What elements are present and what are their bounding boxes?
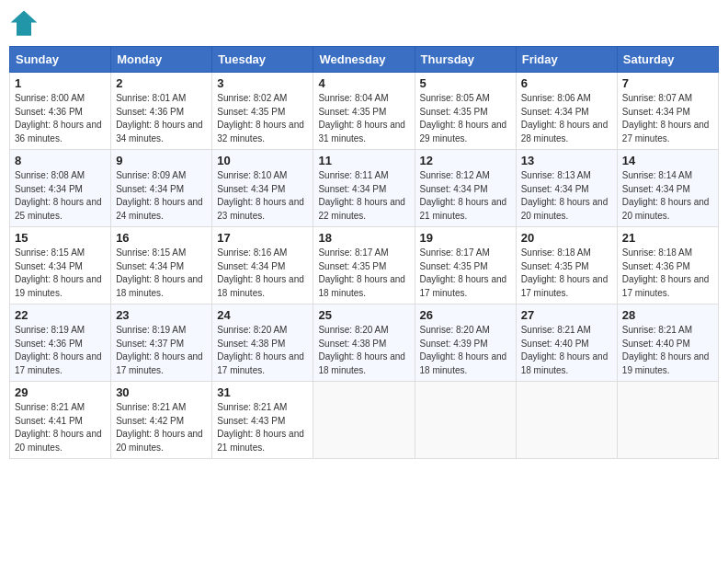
day-number: 12 xyxy=(420,154,511,167)
calendar-week-row: 1 Sunrise: 8:00 AM Sunset: 4:36 PM Dayli… xyxy=(10,73,719,150)
day-number: 16 xyxy=(116,231,207,245)
calendar-cell: 30 Sunrise: 8:21 AM Sunset: 4:42 PM Dayl… xyxy=(111,382,212,459)
day-info: Sunrise: 8:20 AM Sunset: 4:39 PM Dayligh… xyxy=(420,324,511,377)
calendar-cell xyxy=(516,382,617,459)
day-number: 7 xyxy=(622,76,713,90)
day-number: 29 xyxy=(15,385,106,399)
col-monday: Monday xyxy=(111,47,212,73)
day-info: Sunrise: 8:21 AM Sunset: 4:40 PM Dayligh… xyxy=(521,324,612,377)
logo xyxy=(9,9,42,39)
logo-icon xyxy=(9,9,39,39)
day-number: 14 xyxy=(622,154,713,167)
calendar-cell: 25 Sunrise: 8:20 AM Sunset: 4:38 PM Dayl… xyxy=(313,304,415,382)
day-info: Sunrise: 8:17 AM Sunset: 4:35 PM Dayligh… xyxy=(318,247,409,300)
calendar-cell: 26 Sunrise: 8:20 AM Sunset: 4:39 PM Dayl… xyxy=(415,304,516,382)
day-info: Sunrise: 8:11 AM Sunset: 4:34 PM Dayligh… xyxy=(318,169,409,223)
calendar-week-row: 15 Sunrise: 8:15 AM Sunset: 4:34 PM Dayl… xyxy=(10,227,719,304)
day-number: 8 xyxy=(15,154,106,167)
day-info: Sunrise: 8:18 AM Sunset: 4:35 PM Dayligh… xyxy=(521,247,612,300)
day-info: Sunrise: 8:10 AM Sunset: 4:34 PM Dayligh… xyxy=(217,169,308,223)
day-number: 24 xyxy=(217,308,308,322)
calendar-cell xyxy=(313,382,415,459)
calendar-cell xyxy=(415,382,516,459)
day-info: Sunrise: 8:08 AM Sunset: 4:34 PM Dayligh… xyxy=(15,169,106,223)
day-number: 11 xyxy=(318,154,409,167)
calendar-cell: 8 Sunrise: 8:08 AM Sunset: 4:34 PM Dayli… xyxy=(10,150,111,227)
page-header xyxy=(9,9,719,39)
day-info: Sunrise: 8:05 AM Sunset: 4:35 PM Dayligh… xyxy=(420,92,511,145)
col-wednesday: Wednesday xyxy=(313,47,415,73)
calendar-cell: 2 Sunrise: 8:01 AM Sunset: 4:36 PM Dayli… xyxy=(111,73,212,150)
day-number: 27 xyxy=(521,308,612,322)
day-number: 25 xyxy=(318,308,409,322)
calendar-week-row: 29 Sunrise: 8:21 AM Sunset: 4:41 PM Dayl… xyxy=(10,382,719,459)
day-number: 22 xyxy=(15,308,106,322)
col-friday: Friday xyxy=(516,47,617,73)
col-tuesday: Tuesday xyxy=(212,47,313,73)
day-number: 21 xyxy=(622,231,713,245)
day-number: 20 xyxy=(521,231,612,245)
day-info: Sunrise: 8:12 AM Sunset: 4:34 PM Dayligh… xyxy=(420,169,511,223)
day-info: Sunrise: 8:07 AM Sunset: 4:34 PM Dayligh… xyxy=(622,92,713,145)
day-number: 28 xyxy=(622,308,713,322)
calendar-cell: 27 Sunrise: 8:21 AM Sunset: 4:40 PM Dayl… xyxy=(516,304,617,382)
day-info: Sunrise: 8:21 AM Sunset: 4:40 PM Dayligh… xyxy=(622,324,713,377)
calendar-cell: 11 Sunrise: 8:11 AM Sunset: 4:34 PM Dayl… xyxy=(313,150,415,227)
day-info: Sunrise: 8:02 AM Sunset: 4:35 PM Dayligh… xyxy=(217,92,308,145)
calendar-cell: 6 Sunrise: 8:06 AM Sunset: 4:34 PM Dayli… xyxy=(516,73,617,150)
day-info: Sunrise: 8:15 AM Sunset: 4:34 PM Dayligh… xyxy=(15,247,106,300)
calendar-cell: 3 Sunrise: 8:02 AM Sunset: 4:35 PM Dayli… xyxy=(212,73,313,150)
calendar-cell: 15 Sunrise: 8:15 AM Sunset: 4:34 PM Dayl… xyxy=(10,227,111,304)
day-number: 5 xyxy=(420,76,511,90)
day-number: 2 xyxy=(116,76,207,90)
day-info: Sunrise: 8:19 AM Sunset: 4:37 PM Dayligh… xyxy=(116,324,207,377)
calendar-table: Sunday Monday Tuesday Wednesday Thursday… xyxy=(9,46,719,459)
day-info: Sunrise: 8:21 AM Sunset: 4:43 PM Dayligh… xyxy=(217,401,308,454)
calendar-cell: 1 Sunrise: 8:00 AM Sunset: 4:36 PM Dayli… xyxy=(10,73,111,150)
calendar-cell: 14 Sunrise: 8:14 AM Sunset: 4:34 PM Dayl… xyxy=(617,150,718,227)
calendar-cell: 23 Sunrise: 8:19 AM Sunset: 4:37 PM Dayl… xyxy=(111,304,212,382)
calendar-cell: 4 Sunrise: 8:04 AM Sunset: 4:35 PM Dayli… xyxy=(313,73,415,150)
calendar-cell: 5 Sunrise: 8:05 AM Sunset: 4:35 PM Dayli… xyxy=(415,73,516,150)
day-info: Sunrise: 8:04 AM Sunset: 4:35 PM Dayligh… xyxy=(318,92,409,145)
calendar-cell: 13 Sunrise: 8:13 AM Sunset: 4:34 PM Dayl… xyxy=(516,150,617,227)
svg-marker-0 xyxy=(11,11,38,36)
day-number: 19 xyxy=(420,231,511,245)
calendar-cell: 21 Sunrise: 8:18 AM Sunset: 4:36 PM Dayl… xyxy=(617,227,718,304)
calendar-cell: 31 Sunrise: 8:21 AM Sunset: 4:43 PM Dayl… xyxy=(212,382,313,459)
day-number: 9 xyxy=(116,154,207,167)
day-info: Sunrise: 8:19 AM Sunset: 4:36 PM Dayligh… xyxy=(15,324,106,377)
day-number: 13 xyxy=(521,154,612,167)
calendar-cell: 7 Sunrise: 8:07 AM Sunset: 4:34 PM Dayli… xyxy=(617,73,718,150)
day-number: 3 xyxy=(217,76,308,90)
calendar-cell: 29 Sunrise: 8:21 AM Sunset: 4:41 PM Dayl… xyxy=(10,382,111,459)
day-number: 6 xyxy=(521,76,612,90)
day-number: 1 xyxy=(15,76,106,90)
day-number: 18 xyxy=(318,231,409,245)
day-number: 23 xyxy=(116,308,207,322)
day-number: 26 xyxy=(420,308,511,322)
calendar-cell: 19 Sunrise: 8:17 AM Sunset: 4:35 PM Dayl… xyxy=(415,227,516,304)
calendar-cell: 24 Sunrise: 8:20 AM Sunset: 4:38 PM Dayl… xyxy=(212,304,313,382)
day-info: Sunrise: 8:21 AM Sunset: 4:42 PM Dayligh… xyxy=(116,401,207,454)
col-thursday: Thursday xyxy=(415,47,516,73)
calendar-week-row: 8 Sunrise: 8:08 AM Sunset: 4:34 PM Dayli… xyxy=(10,150,719,227)
day-info: Sunrise: 8:15 AM Sunset: 4:34 PM Dayligh… xyxy=(116,247,207,300)
day-number: 31 xyxy=(217,385,308,399)
calendar-cell: 20 Sunrise: 8:18 AM Sunset: 4:35 PM Dayl… xyxy=(516,227,617,304)
calendar-cell: 18 Sunrise: 8:17 AM Sunset: 4:35 PM Dayl… xyxy=(313,227,415,304)
day-info: Sunrise: 8:14 AM Sunset: 4:34 PM Dayligh… xyxy=(622,169,713,223)
day-info: Sunrise: 8:13 AM Sunset: 4:34 PM Dayligh… xyxy=(521,169,612,223)
day-info: Sunrise: 8:00 AM Sunset: 4:36 PM Dayligh… xyxy=(15,92,106,145)
calendar-cell: 17 Sunrise: 8:16 AM Sunset: 4:34 PM Dayl… xyxy=(212,227,313,304)
col-saturday: Saturday xyxy=(617,47,718,73)
calendar-cell: 22 Sunrise: 8:19 AM Sunset: 4:36 PM Dayl… xyxy=(10,304,111,382)
col-sunday: Sunday xyxy=(10,47,111,73)
day-number: 15 xyxy=(15,231,106,245)
day-info: Sunrise: 8:16 AM Sunset: 4:34 PM Dayligh… xyxy=(217,247,308,300)
day-info: Sunrise: 8:20 AM Sunset: 4:38 PM Dayligh… xyxy=(318,324,409,377)
calendar-cell: 28 Sunrise: 8:21 AM Sunset: 4:40 PM Dayl… xyxy=(617,304,718,382)
calendar-cell: 16 Sunrise: 8:15 AM Sunset: 4:34 PM Dayl… xyxy=(111,227,212,304)
day-number: 10 xyxy=(217,154,308,167)
day-info: Sunrise: 8:09 AM Sunset: 4:34 PM Dayligh… xyxy=(116,169,207,223)
